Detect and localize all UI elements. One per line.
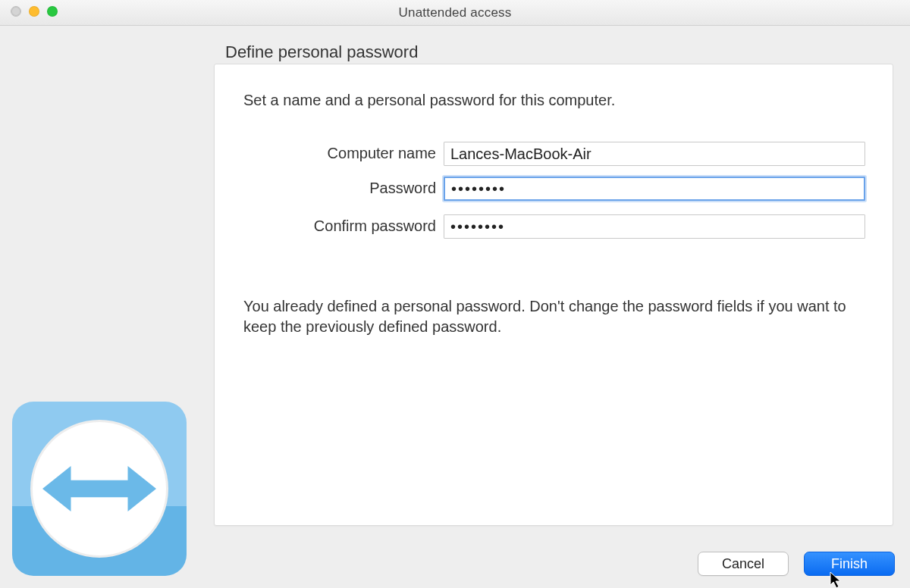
app-icon bbox=[12, 402, 187, 576]
minimize-window-button[interactable] bbox=[29, 6, 39, 17]
svg-marker-0 bbox=[42, 466, 156, 511]
double-arrow-icon bbox=[42, 458, 156, 519]
app-icon-circle bbox=[30, 420, 168, 558]
main-panel: Set a name and a personal password for t… bbox=[214, 64, 893, 526]
instruction-text: Set a name and a personal password for t… bbox=[243, 92, 615, 109]
note-text: You already defined a personal password.… bbox=[243, 296, 864, 337]
label-confirm-password: Confirm password bbox=[215, 217, 436, 235]
close-window-button[interactable] bbox=[11, 6, 21, 17]
button-bar: Cancel Finish bbox=[698, 552, 895, 576]
section-heading: Define personal password bbox=[225, 42, 418, 62]
window-controls bbox=[11, 6, 58, 17]
computer-name-input[interactable] bbox=[444, 142, 865, 166]
unattended-access-window: Unattended access Define personal passwo… bbox=[0, 0, 910, 588]
cancel-button[interactable]: Cancel bbox=[698, 552, 789, 576]
window-title: Unattended access bbox=[399, 5, 512, 20]
label-computer-name: Computer name bbox=[215, 145, 436, 162]
confirm-password-input[interactable] bbox=[444, 214, 865, 239]
label-password: Password bbox=[215, 180, 436, 197]
finish-button[interactable]: Finish bbox=[804, 552, 895, 576]
titlebar: Unattended access bbox=[0, 0, 910, 26]
password-input[interactable] bbox=[444, 177, 865, 201]
zoom-window-button[interactable] bbox=[47, 6, 58, 17]
